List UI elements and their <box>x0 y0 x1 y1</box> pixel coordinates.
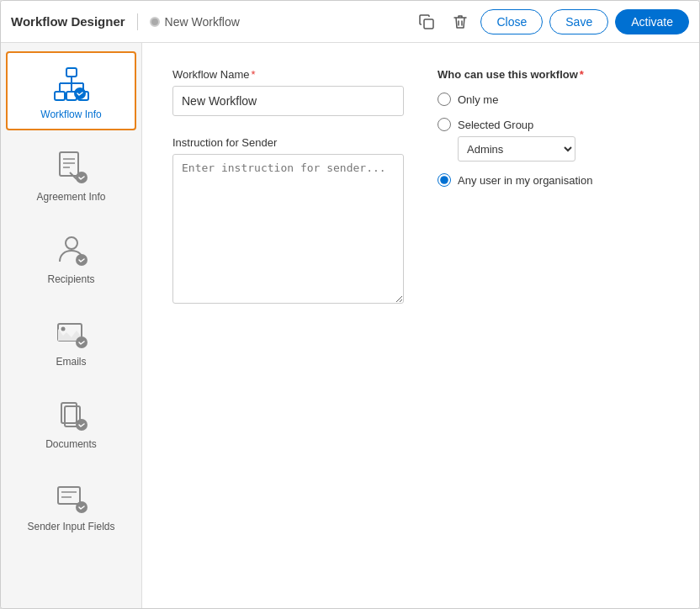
svg-point-19 <box>61 327 65 331</box>
sidebar-label-emails: Emails <box>56 356 86 368</box>
header-workflow-name: New Workflow <box>165 15 240 29</box>
agreement-info-icon <box>51 147 92 188</box>
svg-rect-2 <box>55 92 65 100</box>
who-can-use-title: Who can use this workflow* <box>438 68 669 81</box>
group-select[interactable]: Admins Everyone Managers <box>458 136 575 162</box>
app-title: Workflow Designer <box>11 14 125 29</box>
workflow-name-label: Workflow Name* <box>172 68 404 81</box>
radio-only-me-label: Only me <box>458 93 498 106</box>
workflow-name-input[interactable] <box>172 86 404 116</box>
app-window: Workflow Designer New Workflow Close Sav… <box>0 0 700 609</box>
svg-rect-1 <box>66 68 77 77</box>
svg-point-16 <box>66 237 77 249</box>
sidebar-item-agreement-info[interactable]: Agreement Info <box>6 134 136 213</box>
right-panel: Who can use this workflow* Only me Selec… <box>438 68 669 583</box>
radio-any-user-input[interactable] <box>438 173 451 187</box>
header-actions: Close Save Activate <box>413 9 689 34</box>
sidebar-label-workflow-info: Workflow Info <box>40 109 101 120</box>
radio-any-user[interactable]: Any user in my organisation <box>438 173 669 187</box>
sidebar-item-sender-input-fields[interactable]: Sender Input Fields <box>6 463 136 543</box>
activate-button[interactable]: Activate <box>615 9 689 34</box>
workflow-info-icon <box>51 65 92 105</box>
save-button[interactable]: Save <box>549 9 608 34</box>
svg-point-27 <box>76 501 88 513</box>
instruction-group: Instruction for Sender <box>172 136 404 307</box>
selected-group-container: Selected Group Admins Everyone Managers <box>438 118 669 162</box>
svg-point-23 <box>76 419 88 431</box>
documents-icon <box>51 395 92 435</box>
sidebar-item-workflow-info[interactable]: Workflow Info <box>6 51 136 130</box>
radio-selected-group[interactable]: Selected Group <box>438 118 669 131</box>
svg-rect-0 <box>424 19 433 29</box>
sidebar-label-sender-input-fields: Sender Input Fields <box>27 521 114 532</box>
svg-point-15 <box>76 172 88 183</box>
workflow-name-group: Workflow Name* <box>172 68 404 116</box>
radio-any-user-label: Any user in my organisation <box>458 174 592 187</box>
radio-group: Only me Selected Group Admins Everyone M… <box>438 93 669 187</box>
radio-selected-group-label: Selected Group <box>458 119 533 131</box>
workflow-status: New Workflow <box>150 15 240 29</box>
body: Workflow Info Agreement Info <box>1 43 699 608</box>
left-panel: Workflow Name* Instruction for Sender <box>172 68 404 583</box>
main-content: Workflow Name* Instruction for Sender Wh… <box>142 43 699 608</box>
sidebar-label-documents: Documents <box>45 438 97 450</box>
radio-only-me[interactable]: Only me <box>438 93 669 106</box>
header: Workflow Designer New Workflow Close Sav… <box>1 1 699 43</box>
svg-point-20 <box>76 336 88 348</box>
svg-rect-24 <box>58 487 80 504</box>
status-dot <box>150 17 160 27</box>
delete-icon <box>452 13 469 30</box>
close-button[interactable]: Close <box>480 9 543 34</box>
radio-selected-group-input[interactable] <box>438 118 451 131</box>
header-divider <box>137 13 138 30</box>
copy-button[interactable] <box>413 10 440 34</box>
sidebar-label-recipients: Recipients <box>47 273 94 285</box>
instruction-textarea[interactable] <box>172 154 404 304</box>
svg-point-10 <box>74 87 86 99</box>
sidebar-item-recipients[interactable]: Recipients <box>6 216 136 295</box>
copy-icon <box>418 13 435 30</box>
sidebar-item-documents[interactable]: Documents <box>6 381 136 460</box>
radio-only-me-input[interactable] <box>438 93 451 106</box>
sidebar-label-agreement-info: Agreement Info <box>36 191 105 203</box>
sidebar-item-emails[interactable]: Emails <box>6 299 136 378</box>
recipients-icon <box>51 230 92 270</box>
svg-point-17 <box>76 254 88 266</box>
sidebar: Workflow Info Agreement Info <box>1 43 142 608</box>
sender-input-fields-icon <box>51 477 92 517</box>
emails-icon <box>51 312 92 352</box>
delete-button[interactable] <box>447 10 474 34</box>
instruction-label: Instruction for Sender <box>172 136 404 149</box>
svg-rect-11 <box>60 152 78 176</box>
